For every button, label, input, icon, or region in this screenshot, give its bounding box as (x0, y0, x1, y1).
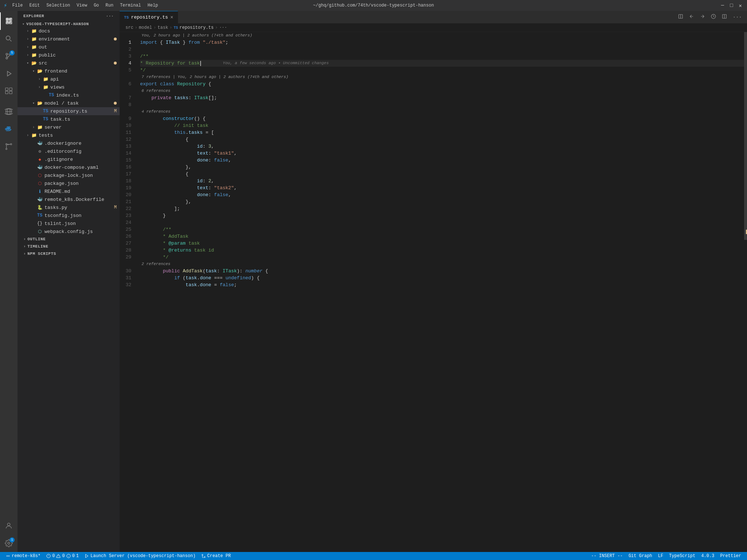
tree-frontend[interactable]: ▾ 📂 frontend (18, 67, 120, 75)
code-line-24[interactable] (140, 219, 744, 226)
explorer-icon[interactable] (0, 12, 18, 30)
launch-server-status[interactable]: Launch Server (vscode-typescript-hanson) (82, 552, 198, 560)
tree-root[interactable]: ▾ VSCODE-TYPESCRIPT-HANSON (18, 21, 120, 27)
code-line-11[interactable]: this . tasks = [ (140, 129, 744, 136)
npm-scripts-section[interactable]: › NPM SCRIPTS (18, 250, 120, 257)
code-line-1[interactable]: import { ITask } from "./task" ; (140, 39, 744, 46)
line-ending-status[interactable]: LF (655, 553, 666, 559)
language-status[interactable]: TypeScript (666, 553, 698, 559)
minimize-button[interactable]: ─ (720, 3, 725, 9)
code-line-10[interactable]: // init task (140, 122, 744, 129)
go-forward-button[interactable] (698, 12, 707, 22)
breadcrumb-model[interactable]: model (139, 25, 152, 30)
code-line-13[interactable]: id : 3 , (140, 143, 744, 150)
code-editor[interactable]: 1 2 3 4 5 6 7 8 9 10 11 12 13 14 15 16 1… (120, 32, 747, 552)
tree-out[interactable]: › 📁 out (18, 43, 120, 51)
tree-api[interactable]: › 📁 api (18, 75, 120, 83)
code-line-31[interactable]: if ( task . done === undefined ) { (140, 275, 744, 281)
code-line-7[interactable]: private tasks : ITask []; (140, 94, 744, 101)
insert-mode-status[interactable]: -- INSERT -- (588, 553, 626, 559)
menu-run[interactable]: Run (102, 2, 116, 9)
tree-public[interactable]: › 📁 public (18, 51, 120, 59)
tab-repository-ts[interactable]: TS repository.ts × (120, 11, 178, 23)
tree-tests[interactable]: › 📁 tests (18, 131, 120, 139)
tree-model-task[interactable]: ▾ 📂 model / task (18, 99, 120, 107)
tree-server[interactable]: › 📁 server (18, 123, 120, 131)
errors-status[interactable]: 0 0 0 1 (43, 552, 82, 560)
search-icon[interactable] (0, 30, 18, 47)
code-line-22[interactable]: ]; (140, 205, 744, 212)
tree-tsconfig[interactable]: TS tsconfig.json (18, 211, 120, 219)
menu-help[interactable]: Help (145, 2, 161, 9)
git-graph-activity-icon[interactable] (0, 138, 18, 155)
git-graph-status[interactable]: Git Graph (626, 553, 655, 559)
run-icon[interactable] (0, 65, 18, 82)
tree-remote-k8s[interactable]: 🐳 remote_k8s.Dockerfile (18, 195, 120, 203)
tree-task-ts[interactable]: TS task.ts (18, 115, 120, 123)
code-content[interactable]: You, 2 hours ago | 2 authors (74th and o… (137, 32, 744, 552)
menu-view[interactable]: View (74, 2, 90, 9)
minimap[interactable] (744, 32, 747, 552)
code-line-30[interactable]: public AddTask ( task : ITask ): number … (140, 268, 744, 275)
code-line-16[interactable]: }, (140, 164, 744, 171)
source-control-icon[interactable]: 5 (0, 47, 18, 65)
tree-webpack[interactable]: ⬡ webpack.config.js (18, 228, 120, 236)
tree-tasks-py[interactable]: 🐍 tasks.py M (18, 203, 120, 211)
code-line-17[interactable]: { (140, 171, 744, 178)
breadcrumb-src[interactable]: src (125, 25, 133, 30)
close-button[interactable]: ✕ (738, 3, 743, 9)
timeline-section[interactable]: › TIMELINE (18, 243, 120, 250)
code-line-28[interactable]: * @returns task id (140, 247, 744, 254)
split-editor-button[interactable] (676, 12, 685, 22)
code-line-8[interactable] (140, 101, 744, 108)
menu-edit[interactable]: Edit (26, 2, 43, 9)
formatter-status[interactable]: Prettier (717, 553, 744, 559)
tree-editorconfig[interactable]: ⚙ .editorconfig (18, 147, 120, 155)
tree-dockerignore[interactable]: 🐳 .dockerignore (18, 139, 120, 147)
version-status[interactable]: 4.0.3 (698, 553, 717, 559)
menu-terminal[interactable]: Terminal (117, 2, 144, 9)
code-line-26[interactable]: * AddTask (140, 233, 744, 240)
tree-package-lock[interactable]: ⬡ package-lock.json (18, 171, 120, 179)
tab-close-button[interactable]: × (170, 15, 173, 20)
tree-index-ts[interactable]: TS index.ts (18, 91, 120, 99)
code-line-20[interactable]: done : false , (140, 191, 744, 198)
docker-icon[interactable] (0, 120, 18, 138)
tree-readme[interactable]: ℹ README.md (18, 187, 120, 195)
menu-selection[interactable]: Selection (43, 2, 73, 9)
code-line-9[interactable]: constructor () { (140, 115, 744, 122)
code-line-19[interactable]: text : "task2" , (140, 184, 744, 191)
remote-explorer-icon[interactable] (0, 103, 18, 120)
code-line-3[interactable]: /** (140, 53, 744, 60)
go-back-button[interactable] (687, 12, 696, 22)
open-timeline-button[interactable] (709, 12, 718, 22)
extensions-icon[interactable] (0, 82, 18, 100)
split-view-button[interactable] (720, 12, 729, 22)
settings-icon[interactable]: 1 (0, 534, 18, 552)
breadcrumb-file[interactable]: repository.ts (179, 25, 214, 30)
tree-tslint[interactable]: {} tslint.json (18, 219, 120, 228)
code-line-5[interactable]: */ (140, 67, 744, 74)
sidebar-menu[interactable]: ··· (106, 14, 114, 18)
code-line-6[interactable]: export class Repository { (140, 81, 744, 88)
code-line-32[interactable]: task . done = false ; (140, 281, 744, 288)
tree-docker-compose[interactable]: 🐳 docker-compose.yaml (18, 163, 120, 171)
tree-package-json[interactable]: ⬡ package.json (18, 179, 120, 187)
menu-go[interactable]: Go (91, 2, 102, 9)
code-line-27[interactable]: * @param task (140, 240, 744, 247)
breadcrumb-task[interactable]: task (158, 25, 168, 30)
tree-gitignore[interactable]: ◆ .gitignore (18, 155, 120, 163)
menu-file[interactable]: File (9, 2, 26, 9)
create-pr-status[interactable]: Create PR (198, 552, 234, 560)
remote-status[interactable]: remote-k8s* (3, 552, 43, 560)
tree-docs[interactable]: › 📁 docs (18, 27, 120, 35)
code-line-18[interactable]: id : 2 , (140, 178, 744, 184)
minimap-slider[interactable] (744, 32, 747, 240)
account-icon[interactable] (0, 517, 18, 534)
code-line-21[interactable]: }, (140, 198, 744, 205)
code-line-2[interactable] (140, 46, 744, 53)
code-line-4[interactable]: * Repository for task You, a few seconds… (140, 60, 744, 67)
code-line-29[interactable]: */ (140, 254, 744, 261)
maximize-button[interactable]: □ (728, 3, 734, 9)
code-line-25[interactable]: /** (140, 226, 744, 233)
